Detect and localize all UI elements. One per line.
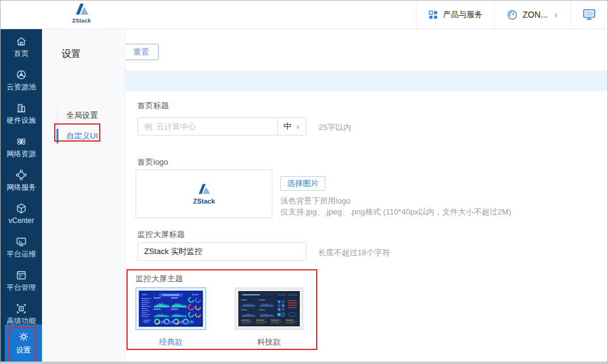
sidebar-item-label: 网络资源 (7, 150, 36, 157)
sidebar-item-hardware[interactable]: 硬件设施 (1, 96, 42, 129)
home-title-hint: 25字以内 (319, 122, 351, 133)
reset-button[interactable]: 重置 (125, 44, 159, 60)
settings-menu: 全局设置 自定义UI (42, 105, 125, 146)
home-logo-label: 首页logo (137, 157, 168, 168)
theme-label-tech[interactable]: 科技款 (235, 337, 303, 348)
account-label: ZON... (522, 10, 547, 19)
sidebar-item-label: 高级功能 (7, 317, 36, 325)
zstack-header-logo: ZStack (69, 3, 94, 24)
products-services-label: 产品与服务 (443, 9, 482, 20)
ops-monitor-icon (15, 236, 27, 248)
monitor-icon (583, 9, 595, 20)
chevron-down-icon: ∨ (554, 12, 558, 18)
platform-manage-icon (15, 269, 27, 281)
zstack-logo-text: ZStack (69, 18, 94, 24)
active-indicator-bar (57, 129, 58, 143)
top-header: ZStack 产品与服务 ZON... ∨ (1, 1, 607, 29)
home-title-input[interactable] (137, 117, 278, 136)
sidebar-item-home[interactable]: 首页 (1, 29, 42, 63)
sidebar-item-label: 平台管理 (7, 284, 36, 291)
monitor-title-input[interactable] (137, 242, 306, 261)
theme-option-tech[interactable] (235, 287, 303, 330)
logo-preview-box: ZStack (136, 170, 272, 218)
menu-item-label: 全局设置 (66, 110, 98, 121)
section-band (125, 70, 607, 91)
theme-label-classic[interactable]: 经典款 (136, 337, 206, 348)
menu-item-global-settings[interactable]: 全局设置 (42, 105, 125, 126)
logo-hint-line2: 仅支持.jpg、.jpeg、.png格式 (110*40px以内，文件大小不超过… (280, 207, 511, 218)
sidebar-item-settings[interactable]: 设置 (5, 325, 42, 362)
menu-item-label: 自定义UI (66, 131, 98, 142)
grid-icon (429, 10, 438, 19)
sidebar-item-platform-ops[interactable]: 平台运维 (1, 230, 42, 263)
sidebar-item-cloud-pool[interactable]: 云资源池 (1, 63, 42, 96)
home-title-label: 首页标题 (137, 100, 169, 111)
sidebar-item-vcenter[interactable]: vCenter (1, 196, 42, 230)
choose-image-button[interactable]: 选择图片 (280, 176, 325, 191)
sidebar-item-label: 首页 (14, 50, 29, 57)
cloud-pool-icon (15, 69, 27, 81)
sidebar-item-platform-manage[interactable]: 平台管理 (1, 263, 42, 297)
theme-option-classic[interactable] (136, 287, 206, 330)
classic-theme-thumbnail (139, 290, 203, 327)
gear-icon (18, 331, 30, 343)
products-services-menu[interactable]: 产品与服务 (416, 1, 494, 29)
sidebar-item-network-resource[interactable]: 网络资源 (1, 129, 42, 163)
zstack-settings-window: ZStack 产品与服务 ZON... ∨ (0, 0, 608, 364)
logo-preview-text: ZStack (193, 197, 215, 205)
sidebar-item-network-service[interactable]: 网络服务 (1, 163, 42, 196)
primary-sidebar: 首页 云资源池 硬件设施 网络资源 (1, 29, 42, 362)
chevron-down-icon: ∨ (295, 123, 300, 130)
sidebar-item-label: 设置 (16, 345, 31, 355)
monitor-title-label: 监控大屏标题 (137, 229, 185, 240)
menu-item-custom-ui[interactable]: 自定义UI (42, 126, 125, 146)
settings-sidebar: 设置 全局设置 自定义UI (42, 29, 125, 362)
hardware-icon (15, 102, 27, 114)
advanced-icon (15, 303, 27, 315)
zstack-logo-icon (74, 3, 89, 15)
custom-ui-panel: 重置 首页标题 中 ∨ 25字以内 首页logo ZStack 选择图片 浅色背… (125, 29, 607, 362)
network-resource-icon (15, 136, 27, 148)
logo-hint-line1: 浅色背景下所用logo (280, 196, 351, 207)
sidebar-item-label: 云资源池 (7, 83, 36, 91)
sidebar-item-label: vCenter (9, 217, 34, 224)
monitor-title-hint: 长度不超过18个字符 (318, 247, 390, 258)
tech-theme-thumbnail (238, 290, 300, 327)
account-menu[interactable]: ZON... ∨ (494, 1, 570, 29)
monitor-screen-button[interactable] (570, 1, 607, 29)
sidebar-item-label: 网络服务 (7, 184, 36, 191)
theme-label: 监控大屏主题 (136, 273, 183, 284)
zstack-logo-icon (196, 184, 211, 194)
language-select[interactable]: 中 ∨ (278, 117, 306, 136)
sidebar-item-label: 平台运维 (7, 250, 36, 258)
home-icon (15, 35, 27, 47)
network-service-icon (15, 169, 27, 181)
language-select-value: 中 (283, 121, 291, 132)
settings-sidebar-title: 设置 (61, 48, 81, 61)
logo-preview: ZStack (193, 184, 215, 205)
gauge-icon (507, 10, 517, 20)
cube-icon (15, 202, 27, 215)
sidebar-item-label: 硬件设施 (7, 117, 36, 124)
